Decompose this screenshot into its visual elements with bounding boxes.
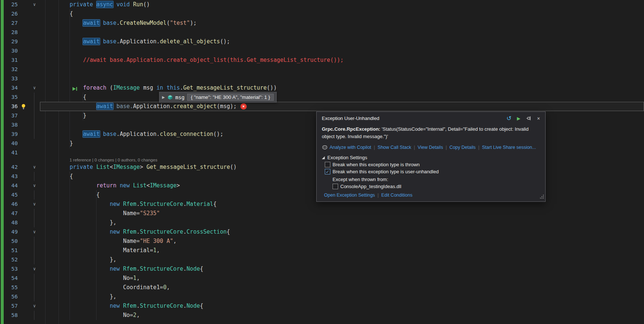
glyph-margin[interactable] — [18, 130, 29, 139]
code-text[interactable]: new Rfem.StructureCore.CrossSection{ — [40, 227, 644, 237]
code-text[interactable]: { — [40, 9, 644, 19]
chevron-down-icon[interactable]: ∨ — [33, 227, 36, 237]
checkbox[interactable] — [333, 184, 338, 189]
glyph-margin[interactable] — [18, 148, 29, 157]
code-text[interactable]: //await base.Application.create_object_l… — [40, 56, 644, 65]
glyph-margin[interactable] — [18, 264, 29, 274]
glyph-margin[interactable] — [18, 190, 29, 200]
glyph-margin[interactable] — [18, 74, 29, 83]
close-icon[interactable]: × — [537, 116, 540, 121]
checkbox[interactable]: ✓ — [325, 169, 330, 174]
glyph-margin[interactable] — [18, 9, 29, 19]
glyph-margin[interactable] — [18, 301, 29, 311]
code-text[interactable]: await base.CreateNewModel("test"); — [40, 19, 644, 28]
glyph-margin[interactable] — [18, 111, 29, 120]
code-line-54: 54 No=1, — [0, 274, 644, 283]
code-text[interactable] — [40, 28, 644, 37]
code-text[interactable] — [40, 74, 644, 83]
code-token — [100, 20, 103, 26]
code-text[interactable] — [40, 65, 644, 74]
exception-settings-checkboxes: Break when this exception type is thrown… — [322, 162, 540, 174]
datatip-value[interactable]: { "name": "HE 300 A", "material": 1 } — [187, 94, 274, 101]
code-line-31: 31 //await base.Application.create_objec… — [0, 56, 644, 65]
glyph-margin[interactable] — [18, 46, 29, 56]
chevron-down-icon[interactable]: ∨ — [33, 83, 36, 93]
glyph-margin[interactable] — [18, 120, 29, 130]
code-text[interactable]: foreach (IMessage msg in this.Get_messag… — [40, 83, 644, 93]
exception-link-view-details[interactable]: View Details — [418, 145, 443, 150]
exception-link-copy-details[interactable]: Copy Details — [449, 145, 476, 150]
exception-error-icon[interactable]: × — [240, 103, 247, 110]
glyph-margin[interactable] — [18, 56, 29, 65]
glyph-margin[interactable] — [18, 200, 29, 209]
glyph-margin[interactable] — [18, 163, 29, 172]
code-text[interactable]: }, — [40, 292, 644, 301]
glyph-margin[interactable] — [18, 292, 29, 301]
resize-grip[interactable] — [539, 194, 544, 200]
footer-link-edit-conditions[interactable]: Edit Conditions — [381, 193, 412, 198]
exception-settings-header[interactable]: Exception Settings — [322, 155, 540, 160]
chevron-down-icon[interactable]: ∨ — [33, 200, 36, 209]
code-text[interactable]: await base.Application.delete_all_object… — [40, 37, 644, 46]
code-text[interactable]: await base.Application.create_object(msg… — [40, 102, 644, 111]
footer-link-open-exception-settings[interactable]: Open Exception Settings — [324, 193, 375, 198]
glyph-margin[interactable] — [18, 0, 29, 9]
code-text[interactable]: Name="HE 300 A", — [40, 237, 644, 246]
chevron-down-icon[interactable]: ∨ — [33, 163, 36, 172]
glyph-margin[interactable] — [18, 139, 29, 148]
checkbox[interactable] — [325, 162, 330, 167]
chevron-down-icon[interactable]: ∨ — [33, 301, 36, 311]
code-text[interactable]: Name="S235" — [40, 209, 644, 218]
glyph-margin[interactable] — [18, 93, 29, 102]
glyph-margin[interactable] — [18, 172, 29, 181]
exception-link-analyze-with-copilot[interactable]: Analyze with Copilot — [322, 144, 371, 150]
code-text[interactable]: No=1, — [40, 274, 644, 283]
glyph-margin[interactable] — [18, 283, 29, 292]
glyph-margin[interactable] — [18, 83, 29, 93]
pin-icon[interactable] — [526, 116, 532, 121]
code-text[interactable]: new Rfem.StructureCore.Node{ — [40, 264, 644, 274]
code-token: ); — [230, 103, 237, 110]
glyph-margin[interactable] — [18, 218, 29, 227]
code-text[interactable]: }, — [40, 255, 644, 264]
glyph-margin[interactable] — [18, 274, 29, 283]
code-text[interactable]: new Rfem.StructureCore.Node{ — [40, 301, 644, 311]
code-token — [100, 131, 103, 137]
glyph-margin[interactable] — [18, 246, 29, 255]
code-token — [130, 1, 133, 8]
exception-link-start-live-share-session[interactable]: Start Live Share session... — [482, 145, 536, 150]
chevron-down-icon[interactable]: ∨ — [33, 0, 36, 9]
chevron-down-icon[interactable]: ∨ — [33, 264, 36, 274]
expander-arrow-icon[interactable]: ▶ — [162, 95, 165, 99]
indent-whitespace — [43, 247, 123, 254]
code-text[interactable]: No=2, — [40, 311, 644, 320]
code-token: msg — [140, 84, 156, 91]
lightbulb-icon[interactable] — [21, 104, 26, 110]
module-checkbox[interactable]: ConsoleApp_testingIdeas.dll — [333, 184, 540, 189]
indent-whitespace — [43, 293, 110, 300]
glyph-margin[interactable] — [18, 65, 29, 74]
glyph-margin[interactable] — [18, 102, 29, 111]
exception-link-show-call-stack[interactable]: Show Call Stack — [378, 145, 411, 150]
break-option-checkbox-0[interactable]: Break when this exception type is thrown — [325, 162, 540, 167]
code-text[interactable]: }, — [40, 218, 644, 227]
glyph-margin[interactable] — [18, 37, 29, 46]
code-text[interactable]: Material=1, — [40, 246, 644, 255]
history-icon[interactable]: ↺ — [506, 116, 511, 121]
code-text[interactable]: { — [40, 93, 644, 102]
glyph-margin[interactable] — [18, 209, 29, 218]
glyph-margin[interactable] — [18, 255, 29, 264]
glyph-margin[interactable] — [18, 19, 29, 28]
glyph-margin[interactable] — [18, 28, 29, 37]
code-text[interactable] — [40, 46, 644, 56]
glyph-margin[interactable] — [18, 227, 29, 237]
glyph-margin[interactable] — [18, 237, 29, 246]
debugger-datatip[interactable]: ▶ msg { "name": "HE 300 A", "material": … — [159, 92, 277, 103]
chevron-down-icon[interactable]: ∨ — [33, 181, 36, 190]
code-text[interactable]: Coordinate1=0, — [40, 283, 644, 292]
code-text[interactable]: private async void Run() — [40, 0, 644, 9]
continue-icon[interactable]: ▶ — [517, 116, 520, 121]
glyph-margin[interactable] — [18, 311, 29, 320]
glyph-margin[interactable] — [18, 181, 29, 190]
break-option-checkbox-1[interactable]: ✓Break when this exception type is user-… — [325, 169, 540, 174]
